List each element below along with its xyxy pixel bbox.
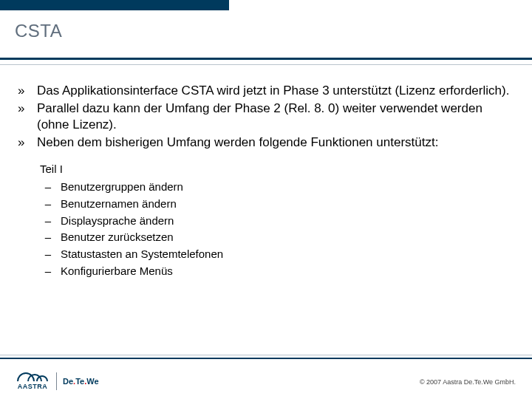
top-accent-bar (0, 0, 229, 10)
bullet-text: Neben dem bisherigen Umfang werden folge… (37, 134, 514, 151)
aastra-arcs-icon (16, 372, 49, 382)
dash-text: Benutzer zurücksetzen (61, 229, 514, 245)
list-item: – Benutzernamen ändern (40, 196, 514, 212)
bullet-text: Parallel dazu kann der Umfang der Phase … (37, 100, 514, 133)
list-item: » Parallel dazu kann der Umfang der Phas… (18, 100, 514, 133)
logo-aastra-text: AASTRA (18, 383, 48, 390)
content-area: » Das Applikationsinterface CSTA wird je… (18, 83, 514, 280)
list-item: – Benutzergruppen ändern (40, 179, 514, 195)
logo-detewe-part: Te (75, 377, 84, 386)
slide: CSTA » Das Applikationsinterface CSTA wi… (0, 0, 532, 399)
dash-icon: – (40, 246, 61, 262)
bullet-text: Das Applikationsinterface CSTA wird jetz… (37, 83, 514, 99)
title-rule (0, 58, 532, 65)
dash-icon: – (40, 213, 61, 229)
raquo-icon: » (18, 83, 37, 99)
list-item: – Displaysprache ändern (40, 213, 514, 229)
logo-aastra: AASTRA (16, 372, 49, 390)
raquo-icon: » (18, 100, 37, 133)
list-item: » Das Applikationsinterface CSTA wird je… (18, 83, 514, 99)
dash-icon: – (40, 196, 61, 212)
logo-detewe-part: De (63, 377, 73, 386)
logo-separator (56, 372, 57, 390)
dash-text: Statustasten an Systemtelefonen (61, 246, 514, 262)
logo-detewe: De.Te.We (63, 377, 99, 386)
page-title: CSTA (15, 21, 62, 41)
part-label: Teil I (40, 161, 514, 177)
dash-text: Konfigurierbare Menüs (61, 263, 514, 279)
dash-list: – Benutzergruppen ändern – Benutzernamen… (40, 179, 514, 279)
footer-rule (0, 355, 532, 359)
list-item: – Konfigurierbare Menüs (40, 263, 514, 279)
raquo-icon: » (18, 134, 37, 151)
dash-icon: – (40, 229, 61, 245)
dash-icon: – (40, 263, 61, 279)
list-item: » Neben dem bisherigen Umfang werden fol… (18, 134, 514, 151)
dash-text: Benutzergruppen ändern (61, 179, 514, 195)
sublist-block: Teil I – Benutzergruppen ändern – Benutz… (40, 161, 514, 279)
dash-text: Benutzernamen ändern (61, 196, 514, 212)
logo-detewe-part: We (86, 377, 98, 386)
dash-icon: – (40, 179, 61, 195)
list-item: – Statustasten an Systemtelefonen (40, 246, 514, 262)
bullet-list: » Das Applikationsinterface CSTA wird je… (18, 83, 514, 151)
list-item: – Benutzer zurücksetzen (40, 229, 514, 245)
dash-text: Displaysprache ändern (61, 213, 514, 229)
logo-block: AASTRA De.Te.We (16, 372, 99, 390)
copyright-text: © 2007 Aastra De.Te.We GmbH. (420, 378, 516, 386)
